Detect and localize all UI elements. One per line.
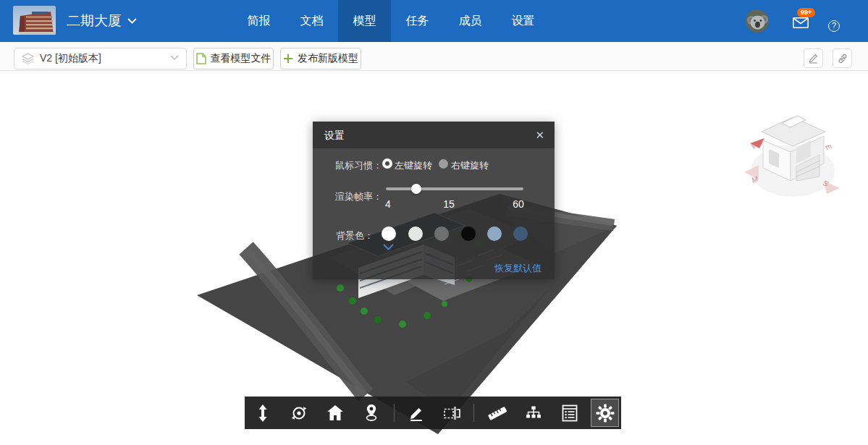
properties-list-button[interactable] (557, 399, 583, 426)
radio-dot (385, 161, 389, 166)
mouse-habit-label: 鼠标习惯： (313, 159, 382, 172)
version-label: V2 [初始版本] (40, 52, 101, 65)
edit-button[interactable] (804, 48, 823, 68)
help-icon[interactable]: ? (828, 20, 840, 32)
dialog-header: 设置 ✕ (313, 122, 555, 149)
dialog-title: 设置 (324, 130, 345, 143)
bg-color-label: 背景色： (313, 229, 374, 242)
gear-icon (596, 404, 615, 423)
bg-swatch-darkblue[interactable] (513, 226, 528, 241)
bg-swatch-gray[interactable] (434, 226, 449, 241)
viewer-settings-button[interactable] (591, 399, 619, 427)
toolbar-divider (394, 404, 395, 422)
layers-icon (22, 53, 34, 64)
section-box-icon (443, 404, 462, 422)
fps-tick-mid: 15 (443, 198, 455, 210)
chevron-down-icon (170, 55, 179, 61)
tree-icon (525, 404, 542, 422)
bg-swatch-white[interactable] (382, 226, 396, 241)
markup-button[interactable] (403, 399, 429, 426)
tab-model[interactable]: 模型 (338, 0, 391, 42)
radio-right-rotate-label[interactable]: 右键旋转 (451, 159, 489, 172)
location-pin-icon (363, 404, 380, 422)
notification-badge: 99+ (797, 8, 815, 17)
link-button[interactable] (833, 48, 852, 68)
orbit-icon (290, 404, 308, 422)
fps-slider[interactable] (386, 187, 523, 190)
building-photo (13, 6, 56, 35)
section-button[interactable] (439, 399, 465, 426)
viewer-toolbar (245, 397, 621, 429)
fps-tick-min: 4 (385, 198, 391, 210)
version-select[interactable]: V2 [初始版本] (14, 48, 187, 69)
bg-swatch-lightgray[interactable] (408, 226, 423, 241)
project-switcher[interactable]: 二期大厦 (67, 0, 137, 42)
bg-swatch-steelblue[interactable] (487, 226, 502, 241)
close-icon[interactable]: ✕ (535, 129, 544, 142)
check-icon (383, 244, 394, 250)
publish-model-label: 发布新版模型 (298, 52, 358, 65)
chevron-down-icon (127, 18, 137, 24)
home-icon (326, 404, 344, 421)
avatar[interactable] (746, 9, 769, 33)
pan-vertical-button[interactable] (250, 399, 276, 426)
first-person-button[interactable] (358, 399, 384, 426)
link-icon (837, 53, 848, 64)
tab-tasks[interactable]: 任务 (391, 0, 444, 42)
view-model-file-button[interactable]: 查看模型文件 (193, 48, 274, 69)
project-name: 二期大厦 (67, 0, 122, 42)
view-model-file-label: 查看模型文件 (211, 52, 271, 65)
header-bar: 二期大厦 简报 文档 模型 任务 成员 设置 99+ ? (0, 0, 868, 42)
messages-icon[interactable] (793, 17, 809, 28)
version-toolbar: V2 [初始版本] 查看模型文件 发布新版模型 (0, 42, 868, 71)
tab-documents[interactable]: 文档 (285, 0, 338, 42)
main-nav: 简报 文档 模型 任务 成员 设置 (232, 0, 549, 42)
home-button[interactable] (322, 399, 348, 426)
fps-tick-max: 60 (513, 198, 524, 210)
ruler-icon (486, 404, 508, 422)
list-icon (562, 404, 578, 422)
file-icon (196, 53, 206, 64)
restore-defaults-link[interactable]: 恢复默认值 (494, 262, 542, 275)
project-thumbnail[interactable] (13, 6, 56, 35)
measure-button[interactable] (484, 399, 510, 426)
plus-icon (283, 54, 293, 64)
avatar-image (746, 9, 769, 33)
tab-settings[interactable]: 设置 (497, 0, 549, 42)
orbit-button[interactable] (286, 399, 312, 426)
bg-swatch-black[interactable] (461, 226, 476, 241)
dialog-body: 鼠标习惯： 左键旋转 右键旋转 渲染帧率： 4 15 60 背景色： 恢复默认值 (313, 149, 555, 279)
view-cube[interactable]: W E M S (744, 116, 840, 197)
tab-briefing[interactable]: 简报 (232, 0, 285, 42)
toolbar-divider (473, 404, 474, 422)
settings-dialog: 设置 ✕ 鼠标习惯： 左键旋转 右键旋转 渲染帧率： 4 15 60 背景色： … (313, 122, 555, 279)
radio-left-rotate-label[interactable]: 左键旋转 (395, 159, 432, 172)
tab-members[interactable]: 成员 (444, 0, 497, 42)
structure-tree-button[interactable] (521, 399, 547, 426)
svg-text:E: E (824, 143, 833, 151)
fps-label: 渲染帧率： (313, 190, 382, 203)
radio-left-rotate[interactable] (382, 158, 392, 169)
pan-vertical-icon (255, 404, 271, 422)
fps-slider-thumb[interactable] (411, 184, 421, 194)
publish-model-button[interactable]: 发布新版模型 (280, 48, 361, 69)
markup-pencil-icon (408, 404, 425, 422)
pencil-icon (808, 53, 819, 64)
radio-right-rotate[interactable] (439, 159, 448, 169)
